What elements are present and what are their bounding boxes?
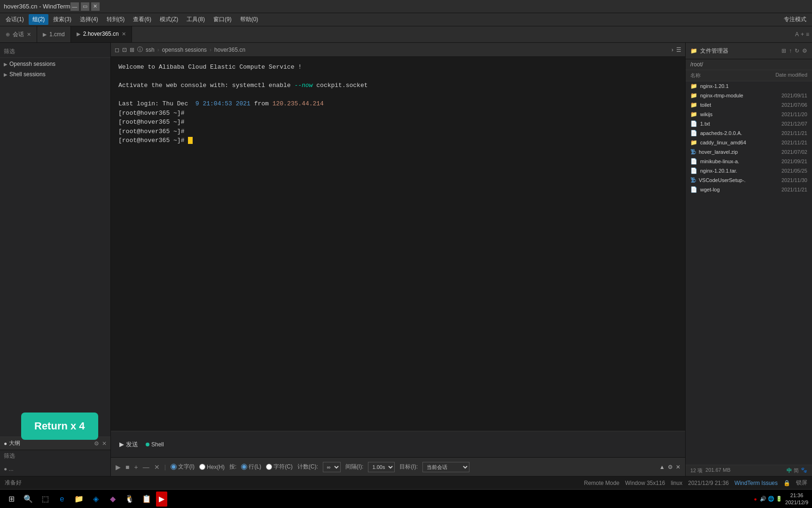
- outline-close-icon[interactable]: ✕: [102, 440, 107, 447]
- menu-help[interactable]: 帮助(0): [236, 14, 262, 25]
- tab-controls: A + ≡: [792, 26, 812, 42]
- shell-chevron: ▶: [4, 72, 8, 77]
- send-button[interactable]: ▶ 发送: [116, 438, 142, 451]
- status-lock-label[interactable]: 锁屏: [796, 479, 807, 487]
- app9-button[interactable]: 📋: [139, 492, 154, 507]
- file-manager-panel: 📁 文件管理器 ⊞ ↑ ↻ ⚙ /root/ 名称 Date modified: [685, 43, 812, 476]
- file-item[interactable]: 📄 wget-log 2021/11/21: [686, 185, 812, 194]
- file-date: 2021/11/21: [765, 187, 807, 192]
- focus-mode-button[interactable]: 专注模式: [780, 14, 810, 25]
- sub-macro-button[interactable]: —: [143, 463, 149, 471]
- macro-bar: ▶ ■ + — ✕ | 文字(I) Hex(H) 按:: [111, 457, 685, 476]
- macro-close-icon[interactable]: ✕: [676, 464, 680, 470]
- menu-search[interactable]: 搜索(3): [49, 14, 75, 25]
- status-bar: 准备好 Remote Mode Window 35x116 linux 2021…: [0, 476, 812, 489]
- font-size-label[interactable]: A: [795, 31, 799, 38]
- shell-group-header[interactable]: ▶ Shell sessions: [0, 69, 110, 79]
- file-item[interactable]: 📄 nginx-1.20.1.tar. 2021/05/25: [686, 166, 812, 175]
- vscode-button[interactable]: ◈: [88, 492, 103, 507]
- macro-up-icon[interactable]: ▲: [659, 464, 665, 470]
- file-item[interactable]: 📄 1.txt 2021/12/07: [686, 119, 812, 128]
- close-macro-button[interactable]: ✕: [154, 463, 160, 471]
- menu-group[interactable]: 组(2): [29, 14, 49, 25]
- file-manager-refresh-icon[interactable]: ↻: [795, 48, 799, 54]
- file-item[interactable]: 📁 wikijs 2021/11/20: [686, 110, 812, 119]
- text-radio[interactable]: [171, 464, 177, 470]
- search-taskbar-button[interactable]: 🔍: [21, 492, 36, 507]
- hex-radio-label[interactable]: Hex(H): [199, 464, 225, 470]
- target-select[interactable]: 当前会话: [422, 462, 469, 472]
- openssh-group-header[interactable]: ▶ Openssh sessions: [0, 59, 110, 69]
- menu-mode[interactable]: 模式(Z): [156, 14, 182, 25]
- file-date: 2021/05/25: [765, 168, 807, 174]
- hex-radio[interactable]: [199, 464, 205, 470]
- file-manager-upload-icon[interactable]: ↑: [789, 48, 792, 54]
- target-label: 目标(I):: [399, 463, 418, 471]
- play-button[interactable]: ▶: [116, 463, 121, 471]
- windterm-taskbar[interactable]: ▶: [156, 492, 167, 507]
- tab-session[interactable]: ⊕ 会话 ✕: [0, 26, 37, 42]
- file-item[interactable]: 🗜 VSCodeUserSetup-. 2021/11/30: [686, 175, 812, 185]
- row-radio-label[interactable]: 行(L): [241, 463, 261, 471]
- menu-session[interactable]: 会话(1): [2, 14, 28, 25]
- session-search-placeholder: 筛选: [4, 48, 15, 55]
- now-text: --now: [294, 82, 312, 89]
- terminal-output[interactable]: Welcome to Alibaba Cloud Elastic Compute…: [111, 57, 685, 431]
- status-windterm-issues[interactable]: WindTerm Issues: [734, 480, 778, 486]
- maximize-button[interactable]: ▭: [81, 2, 89, 11]
- vs-button[interactable]: ◆: [105, 492, 120, 507]
- tab-cmd[interactable]: ▶ 1.cmd: [37, 26, 71, 42]
- stop-button[interactable]: ■: [125, 463, 129, 471]
- taskview-button[interactable]: ⬚: [38, 492, 53, 507]
- interval-select[interactable]: 1.00s: [368, 462, 395, 472]
- breadcrumb-arrow-right-icon[interactable]: ›: [671, 47, 673, 53]
- file-name: wikijs: [700, 111, 762, 117]
- return-button[interactable]: Return x 4: [21, 413, 98, 440]
- text-radio-label[interactable]: 文字(I): [171, 463, 195, 471]
- tab-session-close[interactable]: ✕: [27, 32, 31, 38]
- file-manager-settings-icon[interactable]: ⚙: [802, 48, 807, 54]
- tab-hover365[interactable]: ▶ 2.hover365.cn ✕: [71, 26, 132, 42]
- macro-settings-icon[interactable]: ⚙: [668, 464, 673, 470]
- app8-button[interactable]: 🐧: [122, 492, 137, 507]
- file-item[interactable]: 📁 nginx-rtmp-module 2021/09/11: [686, 91, 812, 100]
- file-item[interactable]: 📄 apacheds-2.0.0.A. 2021/11/21: [686, 128, 812, 138]
- file-item[interactable]: 🗜 hover_laravel.zip 2021/07/02: [686, 147, 812, 157]
- file-manager-icon: 📁: [690, 48, 697, 54]
- menu-window[interactable]: 窗口(9): [210, 14, 235, 25]
- file-icon: 🗜: [690, 177, 696, 183]
- session-panel: 筛选 ▶ Openssh sessions ▶ Shell sessions: [0, 43, 110, 437]
- tab-hover-close[interactable]: ✕: [122, 31, 126, 37]
- close-button[interactable]: ✕: [91, 2, 100, 11]
- file-item[interactable]: 📁 caddy_linux_amd64 2021/11/21: [686, 138, 812, 147]
- file-item[interactable]: 📁 nginx-1.20.1: [686, 81, 812, 91]
- lang-zh-icon[interactable]: 中: [787, 467, 792, 474]
- outline-settings-icon[interactable]: ⚙: [94, 440, 99, 447]
- breadcrumb-menu-icon[interactable]: ☰: [676, 47, 681, 53]
- menu-goto[interactable]: 转到(5): [103, 14, 129, 25]
- explorer-button[interactable]: 📁: [71, 492, 86, 507]
- menu-view[interactable]: 查看(6): [129, 14, 155, 25]
- file-icon: 📁: [690, 139, 697, 146]
- edge-button[interactable]: e: [55, 492, 70, 507]
- file-item[interactable]: 📁 toilet 2021/07/06: [686, 100, 812, 110]
- menu-tools[interactable]: 工具(8): [183, 14, 209, 25]
- lang-jian-icon[interactable]: 简: [794, 467, 799, 474]
- file-count: 12 项: [690, 467, 703, 474]
- add-macro-button[interactable]: +: [134, 463, 138, 471]
- char-radio-label[interactable]: 字符(C): [266, 463, 293, 471]
- title-bar-title: hover365.cn - WindTerm: [4, 3, 70, 10]
- menu-select[interactable]: 选择(4): [76, 14, 102, 25]
- tab-menu-button[interactable]: ≡: [806, 31, 809, 38]
- file-date: 2021/12/07: [765, 121, 807, 127]
- char-radio[interactable]: [266, 464, 272, 470]
- add-tab-button[interactable]: +: [801, 31, 804, 38]
- lang-paw-icon[interactable]: 🐾: [801, 467, 807, 474]
- row-radio[interactable]: [241, 464, 247, 470]
- count-select[interactable]: ∞: [323, 462, 341, 472]
- breadcrumb-icon-left: ◻: [115, 47, 119, 53]
- start-button[interactable]: ⊞: [4, 492, 19, 507]
- file-item[interactable]: 📄 minikube-linux-a. 2021/09/21: [686, 157, 812, 166]
- file-manager-view-icon[interactable]: ⊞: [781, 48, 786, 54]
- minimize-button[interactable]: —: [70, 2, 79, 11]
